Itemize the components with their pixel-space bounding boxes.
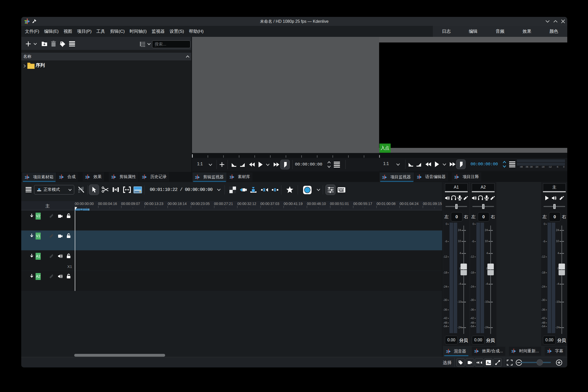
svg-text:A: A (487, 361, 489, 364)
